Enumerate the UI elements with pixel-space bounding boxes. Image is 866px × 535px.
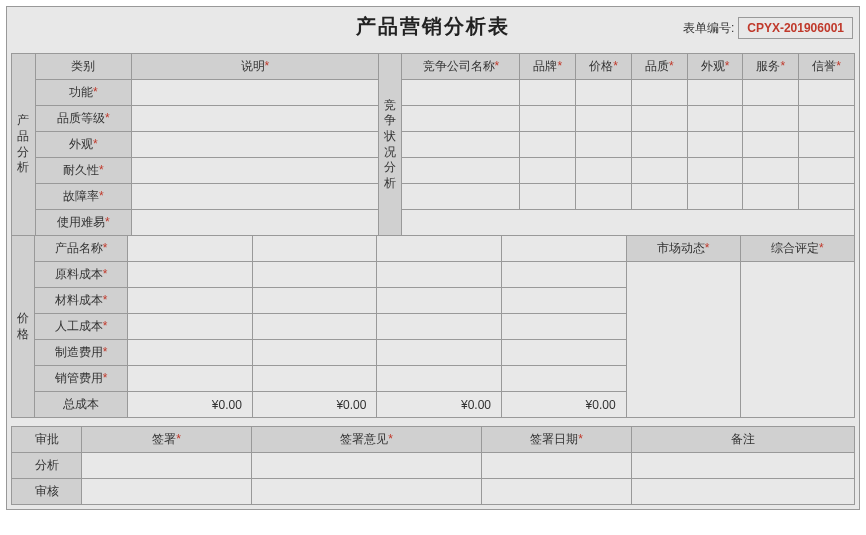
comp-r4c5[interactable] — [687, 158, 743, 184]
comp-r4c2[interactable] — [520, 158, 576, 184]
overall-eval-cell[interactable] — [740, 262, 854, 418]
col-service: 服务* — [743, 54, 799, 80]
prod-name-4[interactable] — [501, 236, 626, 262]
comp-r5c4[interactable] — [631, 184, 687, 210]
competition-vlabel: 竞争状况分析 — [378, 54, 402, 236]
analysis-sign[interactable] — [82, 453, 252, 479]
comp-r5c7[interactable] — [799, 184, 855, 210]
mat-1[interactable] — [128, 288, 253, 314]
review-sign[interactable] — [82, 479, 252, 505]
mat-2[interactable] — [252, 288, 377, 314]
comp-empty — [402, 210, 855, 236]
review-opinion[interactable] — [252, 479, 482, 505]
comp-r1c5[interactable] — [687, 80, 743, 106]
comp-r3c7[interactable] — [799, 132, 855, 158]
analysis-remark[interactable] — [632, 453, 855, 479]
mfg-2[interactable] — [252, 340, 377, 366]
mfg-4[interactable] — [501, 340, 626, 366]
analysis-opinion[interactable] — [252, 453, 482, 479]
comp-r4c6[interactable] — [743, 158, 799, 184]
row-labor-cost: 人工成本* — [34, 314, 127, 340]
raw-4[interactable] — [501, 262, 626, 288]
comp-r2c6[interactable] — [743, 106, 799, 132]
lab-4[interactable] — [501, 314, 626, 340]
comp-r4c7[interactable] — [799, 158, 855, 184]
comp-r2c3[interactable] — [576, 106, 632, 132]
comp-r1c4[interactable] — [631, 80, 687, 106]
comp-r3c1[interactable] — [402, 132, 520, 158]
comp-r1c3[interactable] — [576, 80, 632, 106]
product-analysis-vlabel: 产品分析 — [12, 54, 36, 236]
mat-4[interactable] — [501, 288, 626, 314]
raw-1[interactable] — [128, 262, 253, 288]
desc-usability[interactable] — [132, 210, 379, 236]
desc-quality-grade[interactable] — [132, 106, 379, 132]
col-sign-opinion: 签署意见* — [252, 427, 482, 453]
desc-failure-rate[interactable] — [132, 184, 379, 210]
comp-r3c3[interactable] — [576, 132, 632, 158]
comp-r3c5[interactable] — [687, 132, 743, 158]
col-sign: 签署* — [82, 427, 252, 453]
comp-r5c1[interactable] — [402, 184, 520, 210]
comp-r4c3[interactable] — [576, 158, 632, 184]
price-table: 价格 产品名称* 市场动态* 综合评定* 原料成本* 材料成本* — [11, 235, 855, 418]
sga-4[interactable] — [501, 366, 626, 392]
comp-r1c1[interactable] — [402, 80, 520, 106]
desc-durability[interactable] — [132, 158, 379, 184]
analysis-date[interactable] — [482, 453, 632, 479]
comp-r2c7[interactable] — [799, 106, 855, 132]
sga-1[interactable] — [128, 366, 253, 392]
col-market-trend: 市场动态* — [626, 236, 740, 262]
row-raw-cost: 原料成本* — [34, 262, 127, 288]
form-container: 产品营销分析表 表单编号:CPYX-201906001 产品分析 类别 说明* … — [6, 6, 860, 510]
row-total-cost: 总成本 — [34, 392, 127, 418]
mat-3[interactable] — [377, 288, 502, 314]
review-date[interactable] — [482, 479, 632, 505]
mfg-3[interactable] — [377, 340, 502, 366]
comp-r5c5[interactable] — [687, 184, 743, 210]
sga-3[interactable] — [377, 366, 502, 392]
row-material-cost: 材料成本* — [34, 288, 127, 314]
mfg-1[interactable] — [128, 340, 253, 366]
raw-3[interactable] — [377, 262, 502, 288]
col-reputation: 信誉* — [799, 54, 855, 80]
desc-function[interactable] — [132, 80, 379, 106]
comp-r3c2[interactable] — [520, 132, 576, 158]
form-number-value: CPYX-201906001 — [738, 17, 853, 39]
price-vlabel: 价格 — [12, 236, 35, 418]
prod-name-3[interactable] — [377, 236, 502, 262]
comp-r1c7[interactable] — [799, 80, 855, 106]
form-header: 产品营销分析表 表单编号:CPYX-201906001 — [11, 11, 855, 47]
comp-r5c3[interactable] — [576, 184, 632, 210]
row-review: 审核 — [12, 479, 82, 505]
comp-r2c4[interactable] — [631, 106, 687, 132]
comp-r4c4[interactable] — [631, 158, 687, 184]
comp-r5c6[interactable] — [743, 184, 799, 210]
comp-r2c1[interactable] — [402, 106, 520, 132]
lab-2[interactable] — [252, 314, 377, 340]
col-remark: 备注 — [632, 427, 855, 453]
prod-name-2[interactable] — [252, 236, 377, 262]
total-3: ¥0.00 — [377, 392, 502, 418]
lab-1[interactable] — [128, 314, 253, 340]
desc-appearance[interactable] — [132, 132, 379, 158]
comp-r1c6[interactable] — [743, 80, 799, 106]
comp-r3c4[interactable] — [631, 132, 687, 158]
col-quality: 品质* — [631, 54, 687, 80]
comp-r3c6[interactable] — [743, 132, 799, 158]
market-trend-cell[interactable] — [626, 262, 740, 418]
prod-name-1[interactable] — [128, 236, 253, 262]
total-4: ¥0.00 — [501, 392, 626, 418]
upper-table: 产品分析 类别 说明* 竞争状况分析 竞争公司名称* 品牌* 价格* 品质* 外… — [11, 53, 855, 236]
review-remark[interactable] — [632, 479, 855, 505]
raw-2[interactable] — [252, 262, 377, 288]
comp-r1c2[interactable] — [520, 80, 576, 106]
row-function: 功能* — [35, 80, 132, 106]
row-manufacture-cost: 制造费用* — [34, 340, 127, 366]
comp-r2c5[interactable] — [687, 106, 743, 132]
lab-3[interactable] — [377, 314, 502, 340]
comp-r2c2[interactable] — [520, 106, 576, 132]
sga-2[interactable] — [252, 366, 377, 392]
comp-r5c2[interactable] — [520, 184, 576, 210]
comp-r4c1[interactable] — [402, 158, 520, 184]
